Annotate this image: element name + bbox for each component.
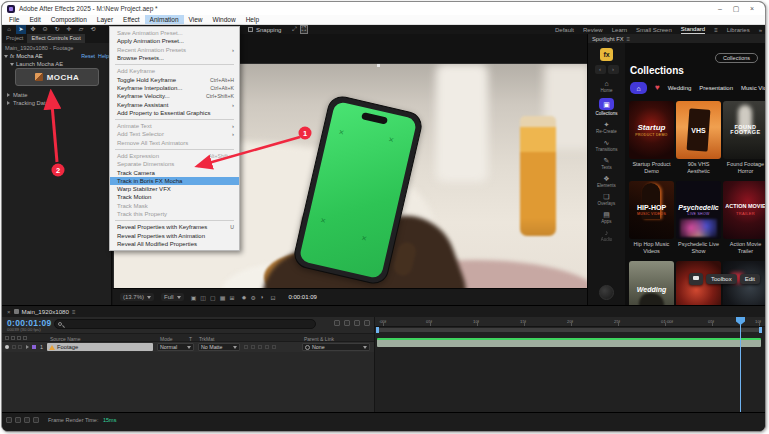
channel-option-icon[interactable]: ◑ [260,294,264,301]
switch-toggle[interactable] [258,345,262,349]
spotlight-nav-apps[interactable]: ▤Apps [601,211,611,224]
filter-wedding[interactable]: Wedding [668,85,692,91]
work-area-end-handle[interactable] [759,327,762,333]
expand-icon[interactable]: ⤢ [292,26,297,33]
tracking-data-group-row[interactable]: Tracking Data [7,100,49,106]
tab-effect-controls[interactable]: Effect Controls Foot [27,34,84,43]
menubar-item-help[interactable]: Help [241,15,264,24]
filter-music-video[interactable]: Music Video [741,85,765,91]
filter-home-button[interactable]: ⌂ [630,82,647,94]
menu-item-keyframe-interpolation[interactable]: Keyframe Interpolation...Ctrl+Alt+K [110,84,239,92]
channel-option-icon[interactable]: ✹ [241,294,246,301]
chevron-right-icon[interactable] [7,93,10,97]
close-icon[interactable]: × [7,309,11,315]
close-button[interactable]: × [744,2,760,15]
menu-item-add-property-to-essential-graphics[interactable]: Add Property to Essential Graphics [110,109,239,117]
timeline-option-icon[interactable] [334,320,340,326]
parent-link-dropdown[interactable]: None [302,343,370,351]
menu-item-add-expression[interactable]: Add ExpressionAlt+Shift+= [110,152,239,160]
menu-item-track-mask[interactable]: Track Mask [110,202,239,210]
pickwhip-icon[interactable] [305,345,310,350]
menu-item-add-text-selector[interactable]: Add Text Selector› [110,130,239,138]
template-card-psychedelic-live-show[interactable]: PsychedelicLIVE SHOWPsychedelic Live Sho… [676,181,721,255]
view-option-icon[interactable]: ▣ [191,294,197,301]
collections-pill-button[interactable]: Collections [715,53,758,63]
view-option-icon[interactable]: ◫ [200,294,206,301]
switch-toggle[interactable] [265,345,269,349]
menubar-item-effect[interactable]: Effect [118,15,145,24]
template-card-90s-vhs-aesthetic[interactable]: VHS90s VHS Aesthetic [676,101,721,175]
menu-item-reveal-properties-with-keyframes[interactable]: Reveal Properties with KeyframesU [110,223,239,231]
pan-behind-tool-icon[interactable]: ✛ [64,25,74,34]
timeline-option-icon[interactable] [354,320,360,326]
solo-toggle[interactable] [18,345,22,349]
menu-item-toggle-hold-keyframe[interactable]: Toggle Hold KeyframeCtrl+Alt+H [110,75,239,83]
layer-name-selected[interactable]: Footage [47,343,153,351]
menubar-item-composition[interactable]: Composition [46,15,92,24]
effect-header-row[interactable]: fx Mocha AE Reset Help [2,52,111,60]
menu-item-track-motion[interactable]: Track Motion [110,193,239,201]
work-area-start-handle[interactable] [376,327,379,333]
menu-item-track-camera[interactable]: Track Camera [110,168,239,176]
track-matte-dropdown[interactable]: No Matte [198,343,240,351]
snapshot-icon[interactable]: ⊡ [270,294,275,301]
spotlight-nav-re-create[interactable]: ✦Re-Create [596,121,617,134]
chevron-down-icon[interactable] [10,63,14,66]
template-card-found-footage-horror[interactable]: FOUND FOOTAGEFound Footage Horror [723,101,765,175]
statusbar-icon[interactable] [24,417,30,423]
menubar-item-window[interactable]: Window [208,15,241,24]
edit-button[interactable]: Edit [740,274,760,284]
resolution-dropdown[interactable]: Full [161,293,184,301]
view-option-icon[interactable]: ▢ [210,294,216,301]
zoom-tool-icon[interactable]: ⊙ [40,25,50,34]
switch-toggle[interactable] [251,345,255,349]
home-tool-icon[interactable]: ⌂ [4,25,14,34]
menubar-item-layer[interactable]: Layer [92,15,118,24]
menu-item-separate-dimensions[interactable]: Separate Dimensions [110,160,239,168]
snapping-control[interactable]: Snapping [248,25,281,34]
menubar-item-animation[interactable]: Animation [145,15,184,24]
workspace-tab-review[interactable]: Review [583,26,603,34]
spotlight-account-button[interactable] [599,285,614,300]
chevron-down-icon[interactable] [4,55,8,58]
matte-group-row[interactable]: Matte [7,92,28,98]
mocha-launch-button[interactable]: MOCHA [15,68,99,86]
statusbar-icon[interactable] [15,417,21,423]
menu-item-reveal-all-modified-properties[interactable]: Reveal All Modified Properties [110,240,239,248]
spotlight-nav-collections[interactable]: ▣Collections [595,98,617,116]
menu-item-track-this-property[interactable]: Track this Property [110,210,239,218]
rotate-tool-icon[interactable]: ⟲ [88,25,98,34]
launch-mocha-group[interactable]: Launch Mocha AE [2,60,111,68]
timeline-search-input[interactable] [54,319,316,329]
spotlight-nav-overlays[interactable]: ❏Overlays [598,193,616,206]
menu-item-warp-stabilizer-vfx[interactable]: Warp Stabilizer VFX [110,185,239,193]
expand-layer-icon[interactable] [26,345,29,349]
filter-presentation[interactable]: Presentation [699,85,733,91]
menu-item-remove-all-text-animators[interactable]: Remove All Text Animators [110,139,239,147]
statusbar-icon[interactable] [6,417,12,423]
menu-item-recent-animation-presets[interactable]: Recent Animation Presets› [110,46,239,54]
chat-icon[interactable] [689,273,703,285]
back-arrow-button[interactable]: ‹ [595,65,606,74]
grid-options-icon[interactable]: ⛶ [300,25,308,34]
workspace-tab-default[interactable]: Default [555,26,574,34]
menu-item-add-keyframe[interactable]: Add Keyframe [110,67,239,75]
selection-tool-icon[interactable]: ➤ [16,25,26,34]
channel-option-icon[interactable]: ⚙ [250,294,255,301]
workspace-tab-learn[interactable]: Learn [612,26,627,34]
orbit-tool-icon[interactable]: ↻ [52,25,62,34]
spotlight-nav-transitions[interactable]: ∿Transitions [596,139,618,152]
panel-menu-icon[interactable]: ≡ [72,309,76,315]
layer-row-footage[interactable]: 1 Footage Normal No Matte None [2,342,374,352]
template-card-hip-hop-music-videos[interactable]: HIP-HOPMUSIC VIDEOSHip Hop Music Videos [629,181,674,255]
menu-item-track-in-boris-fx-mocha[interactable]: Track in Boris FX Mocha [110,177,239,185]
favorites-heart-icon[interactable]: ♥ [655,84,660,92]
chevron-right-icon[interactable] [7,101,10,105]
menubar-item-edit[interactable]: Edit [24,15,45,24]
menu-item-save-animation-preset[interactable]: Save Animation Preset... [110,29,239,37]
template-card-startup-product-demo[interactable]: StartupPRODUCT DEMOStartup Product Demo [629,101,674,175]
audio-toggle[interactable] [12,345,16,349]
timeline-tab-label[interactable]: Main_1920x1080 [22,308,69,315]
help-link[interactable]: Help [98,53,109,59]
template-card-action-movie-trailer[interactable]: ACTION MOVIETRAILERAction Movie Trailer [723,181,765,255]
